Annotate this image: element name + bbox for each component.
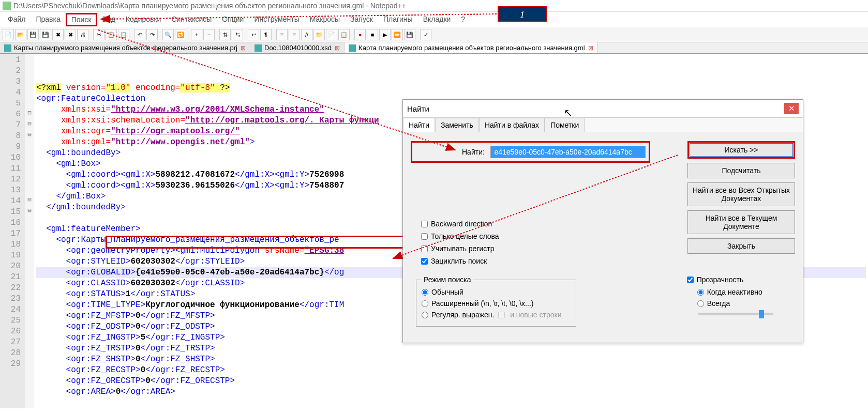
search-button[interactable]: Искать >> [687,141,795,159]
find-label: Найти: [462,148,485,156]
code-line[interactable]: <?xml version="1.0" encoding="utf-8" ?> [36,83,866,94]
menu-item[interactable]: Запуск [345,13,378,26]
find-input-highlight: Найти: [411,141,650,163]
record-icon[interactable]: ● [354,29,366,40]
line-numbers: 1234567891011121314151617181920212223242… [0,54,25,408]
redo-icon[interactable]: ↷ [146,29,158,40]
callout-1: 1 [498,6,547,22]
indent-icon[interactable]: ≡ [276,29,288,40]
code-line[interactable]: <ogr:FZ_RECSTP>0</ogr:FZ_RECSTP> [36,365,866,376]
menu-bar: ФайлПравкаПоискВидКодировкиСинтаксисыОпц… [0,12,868,27]
copy-icon[interactable]: 📋 [106,29,117,40]
menu-item[interactable]: Правка [31,13,65,26]
find-all-current-button[interactable]: Найти все в Текущем Документе [687,210,795,234]
menu-item[interactable]: Вид [97,13,121,26]
save-icon[interactable]: 💾 [27,29,39,40]
new-file-icon[interactable]: 📄 [3,29,14,40]
file-icon [255,44,262,52]
file-tab[interactable]: Doc.10804010000.xsd⊠ [250,42,345,53]
tab-close-icon[interactable]: ⊠ [241,44,246,52]
close-icon[interactable]: ✕ [784,103,799,114]
cut-icon[interactable]: ✂ [93,29,104,40]
replace-icon[interactable]: 🔁 [175,29,186,40]
doc-map-icon[interactable]: 📄 [326,29,337,40]
folder-icon[interactable]: 📁 [313,29,325,40]
fold-column[interactable]: ⊟⊟⊟⊟⊟ [25,54,34,408]
close-icon[interactable]: ✖ [52,29,64,40]
undo-icon[interactable]: ↶ [134,29,145,40]
find-all-open-button[interactable]: Найти все во Всех Открытых Документах [687,182,795,206]
zoom-in-icon[interactable]: + [191,29,202,40]
menu-item[interactable]: Плагины [378,13,418,26]
play-multi-icon[interactable]: ⏩ [392,29,403,40]
menu-item[interactable]: Поиск [66,13,97,26]
find-tab[interactable]: Пометки [545,118,585,132]
find-dialog: Найти ✕ НайтиЗаменитьНайти в файлахПомет… [402,99,803,343]
zoom-out-icon[interactable]: − [203,29,215,40]
code-line[interactable]: <ogr:FZ_SHSTP>0</ogr:FZ_SHSTP> [36,354,866,365]
paste-icon[interactable]: 📋 [118,29,129,40]
tab-label: Карты планируемого размещения объектов ф… [14,44,237,52]
find-tab[interactable]: Заменить [435,118,479,132]
wrap-icon[interactable]: ↩ [248,29,259,40]
tab-bar: Карты планируемого размещения объектов ф… [0,42,868,54]
title-bar: D:\Users\PShevchuk\Downloads\Карта плани… [0,0,868,12]
find-dialog-title-bar[interactable]: Найти ✕ [403,100,803,118]
spellcheck-icon[interactable]: ✓ [420,29,431,40]
tab-close-icon[interactable]: ⊠ [588,44,593,52]
tab-close-icon[interactable]: ⊠ [335,44,340,52]
count-button[interactable]: Подсчитать [687,163,795,178]
sync-v-icon[interactable]: ⇅ [219,29,231,40]
menu-item[interactable]: ? [456,13,470,26]
menu-item[interactable]: Инструменты [249,13,304,26]
mode-extended-radio[interactable]: Расширенный (\n, \r, \t, \0, \x...) [422,299,571,308]
close-button[interactable]: Закрыть [687,238,795,254]
outdent-icon[interactable]: ≡ [289,29,300,40]
save-macro-icon[interactable]: 💾 [404,29,415,40]
stop-icon[interactable]: ■ [367,29,378,40]
code-line[interactable]: <ogr:AREA>0</ogr:AREA> [36,387,866,397]
find-tab[interactable]: Найти [403,118,435,132]
search-mode-group: Режим поиска Обычный Расширенный (\n, \r… [416,275,576,327]
find-icon[interactable]: 🔍 [162,29,174,40]
transparency-group: Прозрачность Когда неактивно Всегда [687,275,773,315]
sync-h-icon[interactable]: ⇆ [232,29,243,40]
show-all-icon[interactable]: ¶ [260,29,272,40]
close-all-icon[interactable]: ✖ [65,29,76,40]
app-icon [3,2,11,10]
menu-item[interactable]: Опции [217,13,249,26]
transparency-slider[interactable] [698,313,773,315]
play-icon[interactable]: ▶ [379,29,391,40]
menu-item[interactable]: Файл [3,13,31,26]
menu-item[interactable]: Макросы [305,13,345,26]
tab-label: Карта планируемого размещения объектов р… [358,44,585,52]
find-input[interactable] [490,146,646,158]
file-tab[interactable]: Карты планируемого размещения объектов ф… [0,42,250,53]
open-file-icon[interactable]: 📂 [15,29,26,40]
find-tabs: НайтиЗаменитьНайти в файлахПометки [403,118,803,132]
file-tab[interactable]: Карта планируемого размещения объектов р… [345,42,597,53]
window-title: D:\Users\PShevchuk\Downloads\Карта плани… [13,2,406,10]
search-mode-legend: Режим поиска [422,275,473,284]
tab-label: Doc.10804010000.xsd [264,44,332,52]
save-all-icon[interactable]: 💾 [40,29,51,40]
menu-item[interactable]: Вкладки [418,13,456,26]
cursor-icon: ↖ [564,106,573,119]
mode-normal-radio[interactable]: Обычный [422,288,571,296]
toolbar: 📄 📂 💾 💾 ✖ ✖ 🖨 ✂ 📋 📋 ↶ ↷ 🔍 🔁 + − ⇅ ⇆ ↩ ¶ … [0,27,868,42]
trans-inactive-radio[interactable]: Когда неактивно [697,288,773,296]
find-dialog-title: Найти [407,104,429,113]
comment-icon[interactable]: // [301,29,312,40]
wrap-checkbox[interactable]: Зациклить поиск [421,257,795,265]
file-icon [4,44,11,52]
code-line[interactable]: <ogr:FZ_TRSTP>0</ogr:FZ_TRSTP> [36,343,866,354]
code-line[interactable]: <ogr:FZ_ORECSTP>0</ogr:FZ_ORECSTP> [36,376,866,387]
function-list-icon[interactable]: 📋 [338,29,350,40]
trans-always-radio[interactable]: Всегда [697,299,773,308]
transparency-checkbox[interactable]: Прозрачность [687,275,773,284]
menu-item[interactable]: Кодировки [121,13,167,26]
print-icon[interactable]: 🖨 [77,29,88,40]
menu-item[interactable]: Синтаксисы [166,13,217,26]
find-tab[interactable]: Найти в файлах [479,118,545,132]
mode-regex-radio[interactable]: Регуляр. выражен. и новые строки [422,311,571,319]
